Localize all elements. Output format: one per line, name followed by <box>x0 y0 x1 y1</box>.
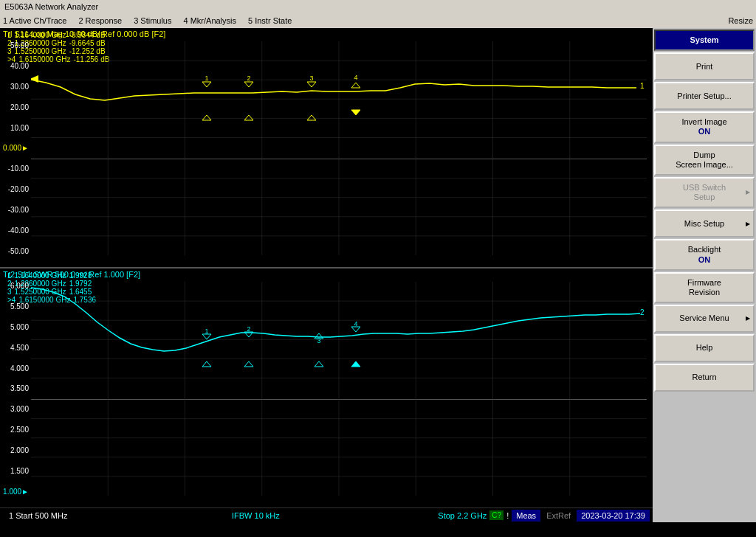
help-button[interactable]: Help <box>654 334 755 362</box>
menu-mkr[interactable]: 4 Mkr/Analysis <box>183 16 236 25</box>
title-bar: E5063A Network Analyzer <box>0 0 756 13</box>
resize-button[interactable]: Resize <box>728 16 753 25</box>
printer-setup-button[interactable]: Printer Setup... <box>654 82 755 110</box>
system-title: System <box>654 30 755 51</box>
svg-text:4: 4 <box>354 320 357 328</box>
status-bar: 1 Start 500 MHz IFBW 10 kHz Stop 2.2 GHz… <box>0 507 653 522</box>
chart-area: Trl S11 Log Mag 10.00 dB/ Ref 0.000 dB [… <box>0 28 653 522</box>
svg-text:2: 2 <box>640 308 645 316</box>
svg-marker-31 <box>351 110 360 115</box>
backlight-button[interactable]: BacklightON <box>654 239 755 270</box>
svg-text:1: 1 <box>640 82 645 90</box>
svg-text:4: 4 <box>354 74 357 81</box>
service-menu-button[interactable]: Service Menu <box>654 305 755 333</box>
trace2-graph: 1 2 3 4 2 <box>31 282 647 496</box>
svg-marker-19 <box>202 82 211 87</box>
start-freq: 1 Start 500 MHz <box>3 511 73 520</box>
extref-box: ExtRef <box>543 510 574 522</box>
print-button[interactable]: Print <box>654 52 755 80</box>
svg-marker-61 <box>315 361 323 367</box>
svg-marker-59 <box>202 361 211 367</box>
svg-marker-17 <box>31 75 38 83</box>
ifbw-label: IFBW 10 kHz <box>226 511 286 520</box>
trace1-y-axis: 50.00 40.00 30.00 20.00 10.00 0.000► -10… <box>0 41 31 255</box>
app-title: E5063A Network Analyzer <box>4 2 98 11</box>
svg-marker-62 <box>351 361 360 367</box>
trace2-header: Tr2 S11 SWR 500.0 m/ Ref 1.000 [F2] <box>0 268 653 280</box>
svg-marker-60 <box>244 361 253 367</box>
svg-marker-56 <box>351 327 360 332</box>
menu-active-ch[interactable]: 1 Active Ch/Trace <box>3 16 66 25</box>
trace1-graph: 1 2 3 4 1 <box>31 41 647 255</box>
meas-box: Meas <box>512 510 540 522</box>
sidebar: System Print Printer Setup... Invert Ima… <box>653 28 756 522</box>
menu-bar: 1 Active Ch/Trace 2 Response 3 Stimulus … <box>0 13 756 28</box>
usb-switch-button[interactable]: USB SwitchSetup <box>654 177 755 208</box>
svg-text:3: 3 <box>309 75 313 82</box>
invert-image-button[interactable]: Invert ImageON <box>654 111 755 142</box>
menu-response[interactable]: 2 Response <box>78 16 122 25</box>
menu-items: 1 Active Ch/Trace 2 Response 3 Stimulus … <box>3 16 292 25</box>
svg-marker-29 <box>244 115 253 120</box>
c2-indicator: C? <box>489 510 504 520</box>
svg-text:2: 2 <box>247 75 250 82</box>
menu-stimulus[interactable]: 3 Stimulus <box>134 16 171 25</box>
svg-text:3: 3 <box>317 337 320 344</box>
svg-marker-28 <box>202 115 211 120</box>
svg-marker-30 <box>307 115 316 120</box>
stop-freq: Stop 2.2 GHz <box>438 511 487 520</box>
menu-instr[interactable]: 5 Instr State <box>248 16 292 25</box>
return-button[interactable]: Return <box>654 364 755 392</box>
svg-text:1: 1 <box>205 328 208 335</box>
svg-marker-23 <box>307 82 316 87</box>
firmware-revision-button[interactable]: FirmwareRevision <box>654 272 755 303</box>
svg-marker-21 <box>244 82 253 87</box>
trace2-y-axis: 6.000 5.500 5.000 4.500 4.000 3.500 3.00… <box>0 282 31 496</box>
svg-marker-25 <box>351 83 360 88</box>
dump-screen-button[interactable]: DumpScreen Image... <box>654 145 755 176</box>
svg-text:2: 2 <box>247 325 250 333</box>
svg-text:1: 1 <box>205 75 208 82</box>
main-layout: Trl S11 Log Mag 10.00 dB/ Ref 0.000 dB [… <box>0 28 756 522</box>
misc-setup-button[interactable]: Misc Setup <box>654 209 755 238</box>
exclamation-mark: ! <box>506 511 509 520</box>
svg-marker-50 <box>202 334 211 339</box>
datetime-display: 2023-03-20 17:39 <box>577 510 650 522</box>
